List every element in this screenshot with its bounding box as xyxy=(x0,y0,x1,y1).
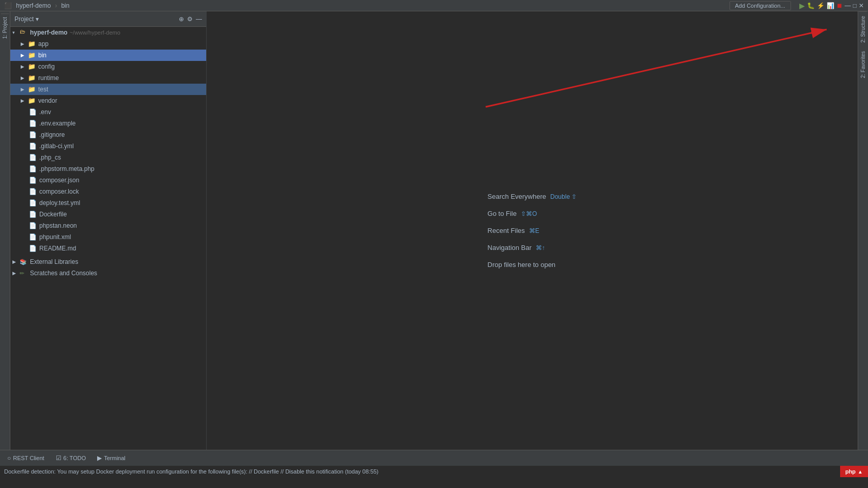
debug-button[interactable]: 🐛 xyxy=(807,2,815,9)
deploy-test-icon: 📄 xyxy=(29,199,37,207)
toolbar-gear-icon[interactable]: ⚙ xyxy=(187,15,193,23)
tree-config[interactable]: ▶ 📁 config xyxy=(10,61,206,72)
structure-tab[interactable]: 2: Structure xyxy=(859,11,867,47)
test-folder-icon: 📁 xyxy=(28,86,36,93)
phpstorm-meta-label: .phpstorm.meta.php xyxy=(39,165,95,172)
tree-env-example[interactable]: 📄 .env.example xyxy=(10,118,206,129)
tree-gitignore[interactable]: 📄 .gitignore xyxy=(10,129,206,140)
root-icon: 🗁 xyxy=(20,28,28,37)
app-label: app xyxy=(38,40,49,48)
title-breadcrumb: bin xyxy=(61,2,69,9)
navigation-bar-shortcut[interactable]: ⌘↑ xyxy=(536,244,545,251)
rest-client-tab[interactable]: ○ REST Client xyxy=(2,451,50,465)
tree-vendor[interactable]: ▶ 📁 vendor xyxy=(10,95,206,106)
env-example-icon: 📄 xyxy=(29,120,37,127)
todo-tab[interactable]: ☑ 6: TODO xyxy=(51,451,91,465)
root-arrow: ▾ xyxy=(12,30,20,35)
test-label: test xyxy=(38,86,48,93)
profile-button[interactable]: 📊 xyxy=(827,2,834,9)
run-toolbar: ▶ 🐛 ⚡ 📊 ⏹ — □ ✕ xyxy=(799,2,864,10)
composer-lock-icon: 📄 xyxy=(29,188,37,195)
toolbar-minus-icon[interactable]: — xyxy=(196,15,202,23)
phpstorm-meta-icon: 📄 xyxy=(29,165,37,172)
right-vertical-tabs: 2: Structure 2: Favorites xyxy=(858,11,868,450)
todo-icon: ☑ xyxy=(56,454,61,462)
go-to-file-shortcut[interactable]: ⇧⌘O xyxy=(521,210,537,217)
env-label: .env xyxy=(39,108,51,116)
favorites-tab[interactable]: 2: Favorites xyxy=(859,47,867,82)
window-max-button[interactable]: □ xyxy=(853,2,857,9)
phpstan-icon: 📄 xyxy=(29,222,37,229)
drop-files-row: Drop files here to open xyxy=(488,261,577,269)
window-min-button[interactable]: — xyxy=(845,2,851,9)
tree-phpstan[interactable]: 📄 phpstan.neon xyxy=(10,220,206,231)
tree-composer-lock[interactable]: 📄 composer.lock xyxy=(10,186,206,197)
tree-deploy-test[interactable]: 📄 deploy.test.yml xyxy=(10,197,206,209)
go-to-file-row: Go to File ⇧⌘O xyxy=(488,210,577,217)
toolbar-crosshair-icon[interactable]: ⊕ xyxy=(179,15,184,23)
recent-files-label: Recent Files xyxy=(488,227,525,234)
phpstan-label: phpstan.neon xyxy=(39,222,77,229)
bin-arrow: ▶ xyxy=(21,53,28,58)
title-bar: ⬛ hyperf-demo › bin Add Configuration...… xyxy=(0,0,868,11)
bottom-tabs-bar: ○ REST Client ☑ 6: TODO ▶ Terminal xyxy=(0,450,868,465)
recent-files-shortcut[interactable]: ⌘E xyxy=(529,227,539,234)
env-example-label: .env.example xyxy=(39,120,75,127)
terminal-icon: ▶ xyxy=(97,454,102,462)
title-separator: › xyxy=(55,2,57,9)
todo-label: 6: TODO xyxy=(64,455,86,461)
editor-area: Search Everywhere Double ⇧ Go to File ⇧⌘… xyxy=(207,11,858,450)
left-vertical-tabs: 1: Project xyxy=(0,11,10,450)
tree-bin[interactable]: ▶ 📁 bin xyxy=(10,50,206,61)
tree-composer-json[interactable]: 📄 composer.json xyxy=(10,175,206,186)
tree-scratches[interactable]: ▶ ✏ Scratches and Consoles xyxy=(10,267,206,279)
project-tab-vertical[interactable]: 1: Project xyxy=(1,13,9,42)
dockerfile-icon: 📄 xyxy=(29,211,37,218)
navigation-bar-label: Navigation Bar xyxy=(488,244,532,251)
window-close-button[interactable]: ✕ xyxy=(859,2,864,9)
scratches-icon: ✏ xyxy=(20,270,28,277)
tree-gitlab-ci[interactable]: 📄 .gitlab-ci.yml xyxy=(10,140,206,152)
run-button[interactable]: ▶ xyxy=(799,2,805,10)
root-path: ~/www/hyperf-demo xyxy=(70,29,120,36)
scratches-label: Scratches and Consoles xyxy=(30,270,97,277)
rest-client-icon: ○ xyxy=(7,454,11,462)
project-label: Project ▾ xyxy=(14,15,39,23)
tree-runtime[interactable]: ▶ 📁 runtime xyxy=(10,72,206,84)
php-badge-label: php xyxy=(845,468,856,475)
terminal-tab[interactable]: ▶ Terminal xyxy=(92,451,131,465)
php-cs-icon: 📄 xyxy=(29,154,37,161)
app-folder-icon: 📁 xyxy=(28,40,36,48)
gitlab-ci-icon: 📄 xyxy=(29,143,37,150)
runtime-arrow: ▶ xyxy=(21,75,28,81)
tree-app[interactable]: ▶ 📁 app xyxy=(10,38,206,50)
bin-label: bin xyxy=(38,52,47,59)
php-badge[interactable]: php ▲ xyxy=(840,466,868,477)
tree-php-cs[interactable]: 📄 .php_cs xyxy=(10,152,206,163)
env-icon: 📄 xyxy=(29,108,37,116)
dockerfile-label: Dockerfile xyxy=(39,211,67,218)
gitignore-label: .gitignore xyxy=(39,131,65,138)
tree-phpunit-xml[interactable]: 📄 phpunit.xml xyxy=(10,231,206,243)
stop-button[interactable]: ⏹ xyxy=(836,2,843,9)
gitlab-ci-label: .gitlab-ci.yml xyxy=(39,143,74,150)
tree-phpstorm-meta[interactable]: 📄 .phpstorm.meta.php xyxy=(10,163,206,175)
config-label: config xyxy=(38,63,55,70)
coverage-button[interactable]: ⚡ xyxy=(817,2,825,9)
search-everywhere-shortcut[interactable]: Double ⇧ xyxy=(550,193,577,200)
vendor-folder-icon: 📁 xyxy=(28,97,36,104)
tree-root[interactable]: ▾ 🗁 hyperf-demo ~/www/hyperf-demo xyxy=(10,27,206,38)
notification-text: Dockerfile detection: You may setup Dock… xyxy=(4,468,379,475)
vendor-label: vendor xyxy=(38,97,57,104)
tree-dockerfile[interactable]: 📄 Dockerfile xyxy=(10,209,206,220)
tree-external-libraries[interactable]: ▶ 📚 External Libraries xyxy=(10,256,206,267)
add-configuration-button[interactable]: Add Configuration... xyxy=(730,1,791,10)
composer-json-label: composer.json xyxy=(39,177,79,184)
ext-lib-label: External Libraries xyxy=(30,258,78,265)
welcome-content: Search Everywhere Double ⇧ Go to File ⇧⌘… xyxy=(488,193,577,269)
tree-env[interactable]: 📄 .env xyxy=(10,106,206,118)
app-icon: ⬛ xyxy=(4,2,12,9)
tree-test[interactable]: ▶ 📁 test xyxy=(10,84,206,95)
search-everywhere-label: Search Everywhere xyxy=(488,193,546,200)
tree-readme[interactable]: 📄 README.md xyxy=(10,243,206,254)
